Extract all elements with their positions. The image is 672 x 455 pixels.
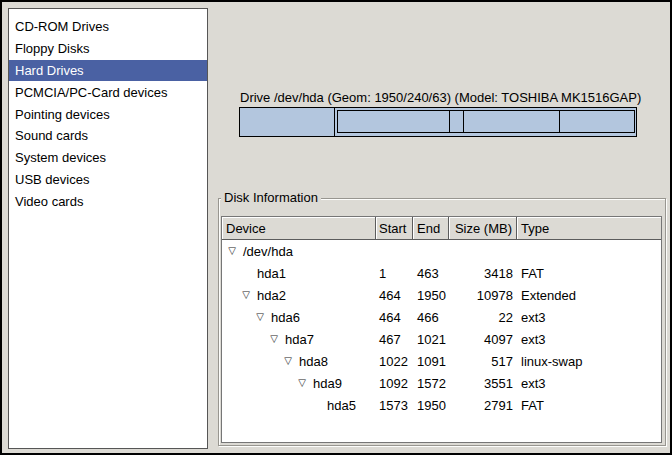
cell-type: ext3 xyxy=(517,306,661,328)
cell-size xyxy=(449,240,517,262)
partition-table-body: ▽/dev/hda▽hda114633418FAT▽hda24641950109… xyxy=(222,240,661,416)
cell-type xyxy=(517,240,661,262)
table-row-dev-hda[interactable]: ▽/dev/hda xyxy=(222,240,661,262)
cell-end: 1950 xyxy=(413,284,449,306)
expander-open-icon[interactable]: ▽ xyxy=(282,355,294,367)
cell-size: 3418 xyxy=(449,262,517,284)
cell-size: 10978 xyxy=(449,284,517,306)
cell-start: 1022 xyxy=(376,350,413,372)
device-name: hda2 xyxy=(257,288,286,303)
cell-size: 517 xyxy=(449,350,517,372)
device-name: hda5 xyxy=(327,398,356,413)
cell-end: 463 xyxy=(413,262,449,284)
device-name: /dev/hda xyxy=(243,244,293,259)
drive-title: Drive /dev/hda (Geom: 1950/240/63) (Mode… xyxy=(240,90,641,105)
cell-size: 4097 xyxy=(449,328,517,350)
partition-table-header: DeviceStartEndSize (MB)Type xyxy=(222,217,661,240)
cell-size: 3551 xyxy=(449,372,517,394)
expander-open-icon[interactable]: ▽ xyxy=(254,311,266,323)
column-header-size-mb[interactable]: Size (MB) xyxy=(449,217,517,240)
cell-start: 467 xyxy=(376,328,413,350)
expander-open-icon[interactable]: ▽ xyxy=(296,377,308,389)
cell-start: 1 xyxy=(376,262,413,284)
cell-type: FAT xyxy=(517,262,661,284)
sidebar-item-usb-devices[interactable]: USB devices xyxy=(9,169,207,191)
table-row-hda1[interactable]: ▽hda114633418FAT xyxy=(222,262,661,284)
partition-bar xyxy=(239,107,637,137)
device-name: hda1 xyxy=(257,266,286,281)
device-name: hda8 xyxy=(299,354,328,369)
cell-start xyxy=(376,240,413,262)
table-row-hda8[interactable]: ▽hda810221091517linux-swap xyxy=(222,350,661,372)
cell-device: ▽hda1 xyxy=(222,262,376,284)
cell-end: 1021 xyxy=(413,328,449,350)
logical-partition-divider xyxy=(559,111,560,132)
table-row-hda6[interactable]: ▽hda646446622ext3 xyxy=(222,306,661,328)
primary-partition-divider xyxy=(334,108,335,136)
cell-end: 1572 xyxy=(413,372,449,394)
device-name: hda7 xyxy=(285,332,314,347)
cell-device: ▽/dev/hda xyxy=(222,240,376,262)
cell-device: ▽hda7 xyxy=(222,328,376,350)
extended-partition-box xyxy=(337,110,635,133)
cell-end: 1091 xyxy=(413,350,449,372)
cell-type: linux-swap xyxy=(517,350,661,372)
column-header-start[interactable]: Start xyxy=(376,217,413,240)
sidebar-item-pointing-devices[interactable]: Pointing devices xyxy=(9,103,207,125)
cell-end: 1950 xyxy=(413,394,449,416)
logical-partition-divider xyxy=(449,111,450,132)
table-row-hda9[interactable]: ▽hda9109215723551ext3 xyxy=(222,372,661,394)
cell-start: 464 xyxy=(376,284,413,306)
cell-type: ext3 xyxy=(517,328,661,350)
column-header-type[interactable]: Type xyxy=(517,217,661,240)
sidebar-item-video-cards[interactable]: Video cards xyxy=(9,190,207,212)
hardware-browser-window: CD-ROM DrivesFloppy DisksHard DrivesPCMC… xyxy=(0,0,672,455)
cell-size: 22 xyxy=(449,306,517,328)
cell-device: ▽hda8 xyxy=(222,350,376,372)
logical-partition-divider xyxy=(463,111,464,132)
cell-size: 2791 xyxy=(449,394,517,416)
partition-table: DeviceStartEndSize (MB)Type ▽/dev/hda▽hd… xyxy=(221,216,662,443)
cell-type: ext3 xyxy=(517,372,661,394)
cell-type: FAT xyxy=(517,394,661,416)
disk-information-label: Disk Information xyxy=(221,190,321,206)
cell-end: 466 xyxy=(413,306,449,328)
sidebar-item-hard-drives[interactable]: Hard Drives xyxy=(9,60,207,82)
disk-information-group: Disk Information DeviceStartEndSize (MB)… xyxy=(218,198,666,446)
sidebar-item-system-devices[interactable]: System devices xyxy=(9,147,207,169)
cell-start: 1092 xyxy=(376,372,413,394)
table-row-hda5[interactable]: ▽hda5157319502791FAT xyxy=(222,394,661,416)
cell-end xyxy=(413,240,449,262)
sidebar-item-cd-rom-drives[interactable]: CD-ROM Drives xyxy=(9,16,207,38)
cell-device: ▽hda9 xyxy=(222,372,376,394)
column-header-end[interactable]: End xyxy=(413,217,449,240)
device-name: hda6 xyxy=(271,310,300,325)
table-row-hda2[interactable]: ▽hda2464195010978Extended xyxy=(222,284,661,306)
column-header-device[interactable]: Device xyxy=(222,217,376,240)
sidebar-item-floppy-disks[interactable]: Floppy Disks xyxy=(9,38,207,60)
expander-open-icon[interactable]: ▽ xyxy=(268,333,280,345)
cell-start: 1573 xyxy=(376,394,413,416)
expander-open-icon[interactable]: ▽ xyxy=(240,289,252,301)
device-category-list: CD-ROM DrivesFloppy DisksHard DrivesPCMC… xyxy=(8,8,208,449)
cell-start: 464 xyxy=(376,306,413,328)
expander-open-icon[interactable]: ▽ xyxy=(226,245,238,257)
cell-type: Extended xyxy=(517,284,661,306)
device-name: hda9 xyxy=(313,376,342,391)
sidebar-item-pcmcia-pc-card-devices[interactable]: PCMCIA/PC-Card devices xyxy=(9,81,207,103)
cell-device: ▽hda6 xyxy=(222,306,376,328)
sidebar-item-sound-cards[interactable]: Sound cards xyxy=(9,125,207,147)
table-row-hda7[interactable]: ▽hda746710214097ext3 xyxy=(222,328,661,350)
cell-device: ▽hda5 xyxy=(222,394,376,416)
cell-device: ▽hda2 xyxy=(222,284,376,306)
